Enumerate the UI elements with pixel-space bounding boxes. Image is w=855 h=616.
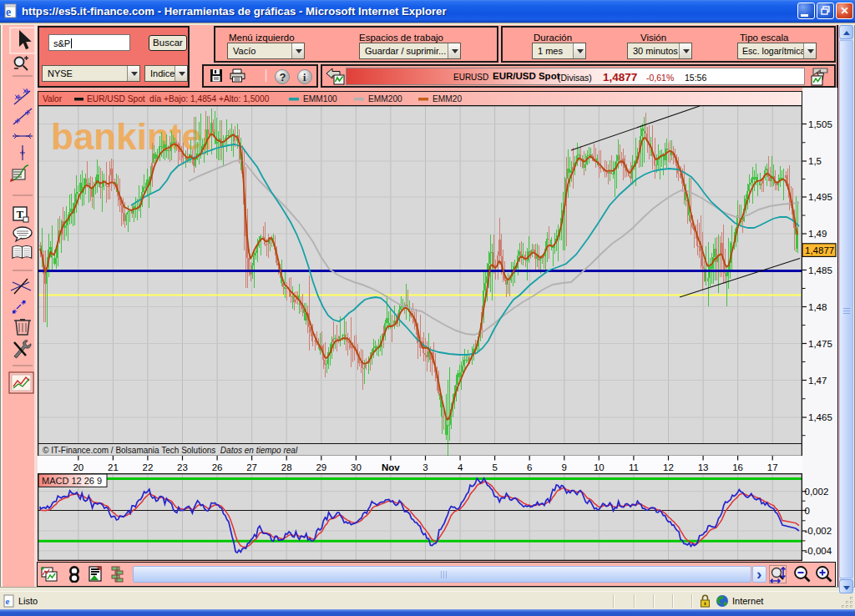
svg-text:1,505: 1,505 bbox=[808, 119, 832, 129]
svg-text:28: 28 bbox=[281, 462, 292, 472]
svg-text:-0,002: -0,002 bbox=[805, 526, 832, 536]
svg-text:30: 30 bbox=[351, 462, 362, 472]
svg-text:1,475: 1,475 bbox=[808, 339, 832, 349]
svg-text:22: 22 bbox=[143, 462, 154, 472]
svg-text:e: e bbox=[6, 596, 10, 606]
svg-text:3: 3 bbox=[422, 462, 428, 472]
svg-text:0: 0 bbox=[805, 506, 810, 516]
svg-text:EUR/USD Spot: EUR/USD Spot bbox=[87, 94, 145, 104]
svg-text:20: 20 bbox=[73, 462, 83, 472]
svg-text:11: 11 bbox=[629, 462, 639, 472]
svg-text:0,002: 0,002 bbox=[805, 487, 829, 497]
svg-text:1,5: 1,5 bbox=[808, 156, 822, 166]
svg-text:1,47: 1,47 bbox=[808, 376, 827, 386]
svg-text:1,4877: 1,4877 bbox=[805, 245, 834, 255]
svg-text:23: 23 bbox=[177, 462, 188, 472]
svg-text:e: e bbox=[6, 6, 11, 18]
svg-text:16: 16 bbox=[732, 462, 743, 472]
svg-text:-0,004: -0,004 bbox=[805, 546, 832, 556]
svg-text:6: 6 bbox=[527, 462, 532, 472]
svg-text:27: 27 bbox=[246, 462, 257, 472]
svg-text:21: 21 bbox=[108, 462, 119, 472]
svg-text:© IT-Finance.com / Bolsamania: © IT-Finance.com / Bolsamania Tech Solut… bbox=[43, 446, 298, 455]
svg-text:1,485: 1,485 bbox=[808, 265, 832, 275]
svg-text:bankinter: bankinter bbox=[51, 116, 216, 157]
svg-text:1,495: 1,495 bbox=[808, 192, 832, 202]
svg-text:13: 13 bbox=[698, 462, 709, 472]
svg-text:EMM200: EMM200 bbox=[368, 94, 402, 104]
svg-text:1,465: 1,465 bbox=[808, 412, 832, 422]
svg-text:17: 17 bbox=[767, 462, 778, 472]
svg-text:Valor: Valor bbox=[43, 94, 63, 104]
svg-text:29: 29 bbox=[316, 462, 326, 472]
svg-text:1,48: 1,48 bbox=[808, 302, 827, 312]
svg-text:MACD 12 26 9: MACD 12 26 9 bbox=[42, 476, 102, 486]
svg-text:9: 9 bbox=[562, 462, 567, 472]
svg-text:4: 4 bbox=[458, 462, 463, 472]
svg-text:día +Bajo: 1,4854 +Alto: 1,500: día +Bajo: 1,4854 +Alto: 1,5000 bbox=[149, 94, 270, 104]
svg-text:5: 5 bbox=[492, 462, 497, 472]
svg-text:26: 26 bbox=[212, 462, 223, 472]
svg-text:T: T bbox=[17, 208, 24, 220]
svg-text:Nov: Nov bbox=[382, 462, 400, 472]
svg-text:EMM20: EMM20 bbox=[433, 94, 462, 104]
svg-text:EMM100: EMM100 bbox=[303, 94, 337, 104]
svg-text:12: 12 bbox=[663, 462, 674, 472]
svg-text:10: 10 bbox=[594, 462, 605, 472]
svg-text:?: ? bbox=[280, 71, 286, 83]
svg-text:1,49: 1,49 bbox=[808, 229, 827, 239]
